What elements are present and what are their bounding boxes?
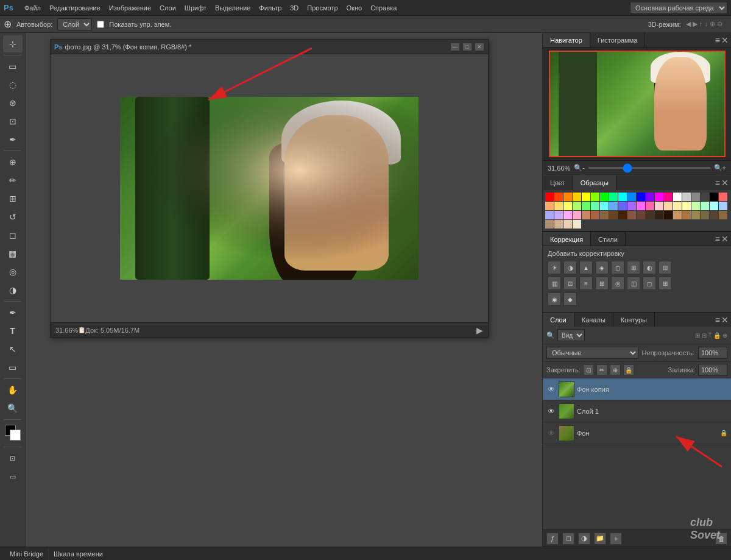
blend-mode-select[interactable]: Обычные [546,347,638,359]
swatch-color[interactable] [600,211,609,219]
swatch-color[interactable] [719,211,727,219]
close-button[interactable]: ✕ [475,43,484,51]
contours-tab[interactable]: Контуры [613,313,655,327]
add-style-btn[interactable]: ƒ [546,533,559,545]
mini-bridge-button[interactable]: Mini Bridge [5,547,49,560]
add-mask-btn[interactable]: ◻ [562,533,574,545]
menu-view[interactable]: Просмотр [307,4,337,12]
levels-icon[interactable]: ▲ [579,261,593,274]
lock-move-btn[interactable]: ⊕ [610,364,621,375]
navigator-tab[interactable]: Навигатор [543,33,590,47]
marquee-tool[interactable]: ▭ [3,58,23,75]
swatch-color[interactable] [719,202,727,210]
gradient-tool[interactable]: ▦ [3,245,23,262]
menu-select[interactable]: Выделение [215,4,250,12]
swatch-color[interactable] [618,211,627,219]
text-tool[interactable]: T [3,322,23,339]
swatch-color[interactable] [701,202,709,210]
layer-item-fon-kopiya[interactable]: 👁 Фон копия [543,378,731,400]
colorlookup-icon[interactable]: ⊞ [595,277,609,290]
swatch-color[interactable] [710,202,718,210]
nav-arrow[interactable]: ▶ [476,325,483,335]
layers-tab[interactable]: Слои [543,313,574,327]
swatch-color[interactable] [701,193,709,201]
swatch-color[interactable] [719,193,727,201]
color-tab[interactable]: Цвет [543,175,573,190]
swatch-color[interactable] [664,193,673,201]
invert-icon[interactable]: ◎ [611,277,624,290]
layer-visibility-sloy1[interactable]: 👁 [546,406,556,416]
eyedropper-tool[interactable]: ✒ [3,131,23,148]
pen-tool[interactable]: ✒ [3,304,23,321]
swatch-color[interactable] [627,202,636,210]
brightness-icon[interactable]: ☀ [548,261,561,274]
adj-panel-close-btn[interactable]: ✕ [721,234,729,244]
zoom-tool[interactable]: 🔍 [3,400,23,417]
lasso-tool[interactable]: ◌ [3,76,23,93]
layers-panel-close[interactable]: ✕ [721,315,729,325]
menu-help[interactable]: Справка [370,4,397,12]
channels-tab[interactable]: Каналы [574,313,613,327]
swatch-color[interactable] [573,211,581,219]
swatch-color[interactable] [563,220,572,229]
swatch-color[interactable] [600,193,609,201]
colorbalance-icon[interactable]: ⊟ [659,261,672,274]
swatch-color[interactable] [573,193,581,201]
swatch-color[interactable] [563,211,572,219]
swatch-color[interactable] [691,211,700,219]
dodge-tool[interactable]: ◑ [3,282,23,299]
swatch-color[interactable] [637,211,645,219]
swatch-color[interactable] [609,211,618,219]
crop-tool[interactable]: ⊡ [3,113,23,130]
swatch-color[interactable] [545,220,554,229]
swatch-color[interactable] [600,202,609,210]
swatch-color[interactable] [554,202,563,210]
doc-info-icon[interactable]: 📋 [78,327,85,333]
new-group-btn[interactable]: 📁 [594,533,606,545]
lock-all-btn[interactable]: 🔒 [623,364,634,375]
swatch-color[interactable] [637,202,645,210]
layers-panel-menu[interactable]: ≡ [715,315,720,325]
swatch-color[interactable] [627,193,636,201]
fill-input[interactable] [698,364,727,376]
color-panel-menu-btn[interactable]: ≡ [715,178,720,188]
swatch-color[interactable] [655,211,663,219]
swatch-color[interactable] [682,193,691,201]
channelmixer-icon[interactable]: ≡ [579,277,593,290]
swatch-color[interactable] [673,202,682,210]
bw-icon[interactable]: ▥ [548,277,561,290]
menu-filter[interactable]: Фильтр [259,4,281,12]
swatch-color[interactable] [646,202,654,210]
swatch-color[interactable] [591,193,599,201]
color-selector[interactable] [5,425,21,441]
histogram-tab[interactable]: Гистограмма [590,33,646,47]
new-layer-btn[interactable]: + [610,533,622,545]
swatch-color[interactable] [554,220,563,229]
swatch-color[interactable] [691,202,700,210]
eraser-tool[interactable]: ◻ [3,227,23,244]
swatch-color[interactable] [582,211,590,219]
minimize-button[interactable]: — [450,43,460,51]
photofilter-icon[interactable]: ⊡ [563,277,577,290]
swatch-color[interactable] [655,202,663,210]
swatch-color[interactable] [673,193,682,201]
swatch-color[interactable] [691,193,700,201]
panel-menu-btn[interactable]: ≡ [715,35,720,45]
swatch-color[interactable] [655,193,663,201]
swatch-color[interactable] [701,211,709,219]
swatch-color[interactable] [609,202,618,210]
add-adjustment-btn[interactable]: ◑ [578,533,590,545]
contrast-icon[interactable]: ◑ [563,261,577,274]
swatch-color[interactable] [545,193,554,201]
screen-mode[interactable]: ▭ [3,468,23,485]
background-color[interactable] [10,430,21,441]
swatch-color[interactable] [591,211,599,219]
menu-window[interactable]: Окно [347,4,362,12]
swatch-color[interactable] [563,193,572,201]
swatch-color[interactable] [554,193,563,201]
delete-layer-btn[interactable]: 🗑 [715,533,727,545]
swatches-tab[interactable]: Образцы [573,175,616,190]
vibrance-icon[interactable]: ⊞ [627,261,640,274]
brush-tool[interactable]: ✏ [3,172,23,189]
swatch-color[interactable] [618,202,627,210]
